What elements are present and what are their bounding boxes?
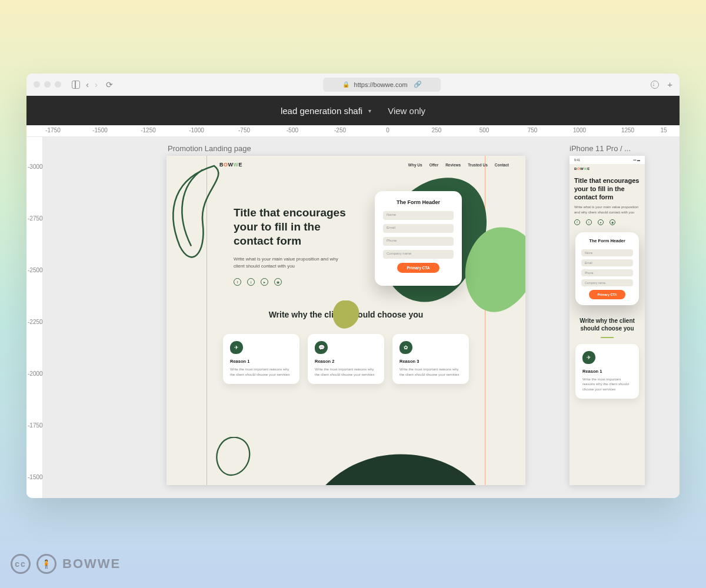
company-field: Company name xyxy=(581,279,633,286)
mock-nav-links: Why Us Offer Reviews Trusted Us Contact xyxy=(408,163,509,167)
mock-logo: BOWWE xyxy=(574,167,590,171)
close-icon[interactable] xyxy=(34,81,40,88)
decor-shape xyxy=(166,162,237,262)
reason-card: ✈ Reason 1 Write the most important reas… xyxy=(223,334,299,384)
url-text: https://bowwe.com xyxy=(354,81,408,88)
view-mode-label: View only xyxy=(388,106,425,116)
reason-card: ✿ Reason 3 Write the most important reas… xyxy=(392,334,469,384)
hero-title: Title that encourages your to fill in th… xyxy=(234,206,363,248)
primary-cta-button: Primary CTA xyxy=(397,263,439,273)
new-tab-button[interactable]: + xyxy=(667,79,672,89)
facebook-icon: f xyxy=(574,219,580,225)
hero-subtitle: Write what is your main value propositio… xyxy=(570,205,645,215)
name-field: Name xyxy=(383,211,454,220)
phone-field: Phone xyxy=(383,237,454,246)
nav-link: Why Us xyxy=(408,163,422,167)
form-header: The Form Header xyxy=(581,238,633,243)
paper-plane-icon: ✈ xyxy=(582,351,595,364)
nav-link: Trusted Us xyxy=(468,163,488,167)
reason-title: Reason 1 xyxy=(230,359,292,364)
artboard-mobile[interactable]: 9:41 ••• ▬ BOWWE Title that encourages y… xyxy=(570,156,645,485)
hero-subtitle: Write what is your main value propositio… xyxy=(234,256,339,270)
reason-text: Write the most important reasons why the… xyxy=(315,367,377,377)
cc-icon: cc xyxy=(11,554,31,574)
ruler-vertical: -3000-2750-2500-2250-2000-1750-1500 xyxy=(26,137,43,498)
frame-label-desktop[interactable]: Promotion Landing page xyxy=(168,144,251,153)
form-header: The Form Header xyxy=(383,199,454,205)
reason-text: Write the most important reasons why the… xyxy=(230,367,292,377)
frame-label-mobile[interactable]: iPhone 11 Pro / ... xyxy=(570,144,631,153)
reason-text: Write the most important reasons why the… xyxy=(399,367,462,377)
window-controls xyxy=(34,81,61,88)
watermark-text: BOWWE xyxy=(62,556,121,572)
downloads-icon[interactable] xyxy=(651,81,659,89)
reason-title: Reason 1 xyxy=(582,369,632,374)
lock-icon: 🔒 xyxy=(342,81,349,88)
instagram-icon: ◉ xyxy=(274,278,282,286)
instagram-icon: ◉ xyxy=(610,219,615,225)
contact-form: The Form Header Name Email Phone Company… xyxy=(375,191,462,286)
nav-link: Contact xyxy=(495,163,509,167)
email-field: Email xyxy=(581,259,633,266)
reason-card: 💬 Reason 2 Write the most important reas… xyxy=(308,334,384,384)
minimize-icon[interactable] xyxy=(44,81,51,88)
gear-icon: ✿ xyxy=(399,341,412,354)
nav-link: Offer xyxy=(429,163,439,167)
decor-shape xyxy=(302,450,508,485)
decor-shape xyxy=(214,437,255,478)
browser-chrome: ‹ › ⟳ 🔒 https://bowwe.com 🔗 + xyxy=(26,74,680,96)
youtube-icon: ▸ xyxy=(261,278,268,286)
nav-link: Reviews xyxy=(445,163,461,167)
decor-shape xyxy=(330,300,362,330)
chat-icon: 💬 xyxy=(315,341,328,354)
statusbar-time: 9:41 xyxy=(574,158,580,162)
sidebar-toggle-icon[interactable] xyxy=(72,81,80,89)
twitter-icon: t xyxy=(586,219,592,225)
twitter-icon: t xyxy=(247,278,255,286)
mobile-statusbar: 9:41 ••• ▬ xyxy=(570,156,645,164)
name-field: Name xyxy=(581,249,633,256)
section-heading: Write why the client should choose you xyxy=(570,317,645,338)
contact-form: The Form Header Name Email Phone Company… xyxy=(575,232,639,305)
browser-window: ‹ › ⟳ 🔒 https://bowwe.com 🔗 + lead gener… xyxy=(26,74,680,498)
ruler-horizontal: -1750-1500-1250-1000-750-500-25002505007… xyxy=(26,125,680,137)
reason-text: Write the most important reasons why the… xyxy=(582,377,632,392)
refresh-button[interactable]: ⟳ xyxy=(106,80,113,89)
app-header: lead generation shafi ▾ View only xyxy=(26,96,680,125)
design-canvas[interactable]: Promotion Landing page iPhone 11 Pro / .… xyxy=(43,137,680,498)
artboard-desktop[interactable]: BOWWE Why Us Offer Reviews Trusted Us Co… xyxy=(166,156,525,485)
watermark: cc 🧍 BOWWE xyxy=(11,554,121,574)
email-field: Email xyxy=(383,224,454,233)
hero-title: Title that encourages your to fill in th… xyxy=(570,177,645,201)
statusbar-icons: ••• ▬ xyxy=(633,158,640,162)
facebook-icon: f xyxy=(234,278,241,286)
youtube-icon: ▸ xyxy=(598,219,604,225)
reason-title: Reason 3 xyxy=(399,359,462,364)
document-title: lead generation shafi xyxy=(281,106,362,116)
primary-cta-button: Primary CTA xyxy=(589,290,625,299)
company-field: Company name xyxy=(383,250,454,259)
reason-title: Reason 2 xyxy=(315,359,377,364)
forward-button[interactable]: › xyxy=(95,79,98,89)
back-button[interactable]: ‹ xyxy=(86,79,89,89)
decor-shape xyxy=(461,226,525,315)
attribution-icon: 🧍 xyxy=(36,554,56,574)
phone-field: Phone xyxy=(581,269,633,276)
social-links: f t ▸ ◉ xyxy=(234,278,363,286)
url-bar[interactable]: 🔒 https://bowwe.com 🔗 xyxy=(323,78,441,92)
chevron-down-icon: ▾ xyxy=(368,108,371,114)
reason-card: ✈ Reason 1 Write the most important reas… xyxy=(575,344,639,399)
paper-plane-icon: ✈ xyxy=(230,341,243,354)
link-icon: 🔗 xyxy=(414,81,422,88)
document-title-dropdown[interactable]: lead generation shafi ▾ xyxy=(281,106,371,116)
maximize-icon[interactable] xyxy=(55,81,61,88)
